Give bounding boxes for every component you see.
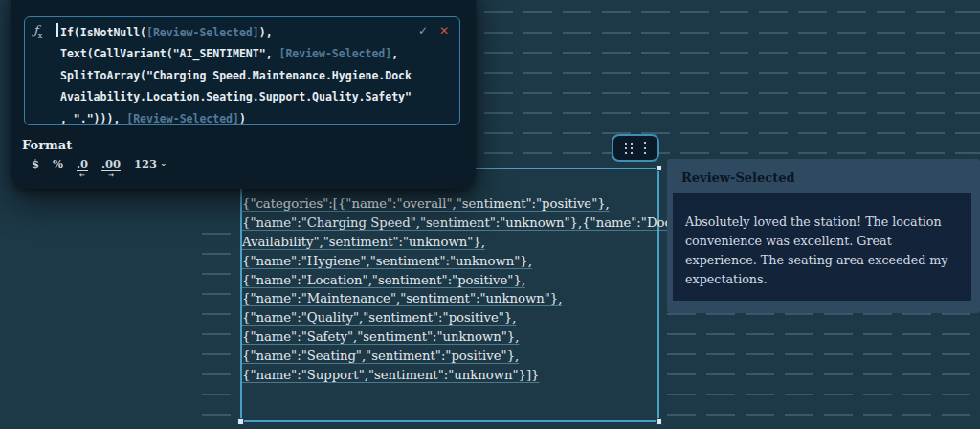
format-number-format-arrow-icon: ⌄ xyxy=(160,159,167,168)
formula-line: , "."))), [Review-Selected]) xyxy=(60,108,412,129)
format-increase-decimals-label: .00 xyxy=(101,157,121,171)
formula-line: If(IsNotNull([Review-Selected]), xyxy=(60,22,412,43)
drag-handle-icon[interactable] xyxy=(625,143,633,154)
formula-token: ), xyxy=(259,26,273,39)
formula-token: ) xyxy=(239,112,246,125)
format-number-format-label: 123 xyxy=(134,157,157,170)
cell-text-line: {"name":"Charging Speed","sentiment":"un… xyxy=(242,214,659,233)
cell-text-line: {"name":"Maintenance","sentiment":"unkno… xyxy=(242,289,659,308)
confirm-formula-button[interactable]: ✓ xyxy=(418,24,428,37)
more-menu-icon[interactable] xyxy=(644,142,647,155)
review-selected-panel: Review-Selected Absolutely loved the sta… xyxy=(667,159,980,313)
format-increase-decimals-arrow-icon: → xyxy=(108,172,114,178)
formula-line: Text(CallVariant("AI_SENTIMENT", [Review… xyxy=(60,43,412,64)
formula-token: [Review-Selected] xyxy=(278,47,391,60)
format-increase-decimals-button[interactable]: .00→ xyxy=(101,157,121,178)
selection-handle-top-right[interactable] xyxy=(656,165,662,171)
format-percent-button[interactable]: % xyxy=(53,157,63,170)
text-caret xyxy=(56,23,58,37)
formula-token: [Review-Selected] xyxy=(146,26,259,39)
cancel-formula-button[interactable]: ✕ xyxy=(439,24,449,37)
fx-icon: ƒx xyxy=(33,23,42,40)
format-buttons: $%.0←.00→123⌄ xyxy=(32,157,167,178)
formula-token: , "."))), xyxy=(60,112,126,125)
formula-token: Availability.Location.Seating.Support.Qu… xyxy=(60,90,412,103)
selection-handle-bottom-left[interactable] xyxy=(237,418,244,425)
format-decrease-decimals-label: .0 xyxy=(77,157,88,171)
cell-text-line: {"name":"Quality","sentiment":"positive"… xyxy=(242,308,659,327)
formula-line: SplitToArray("Charging Speed.Maintenance… xyxy=(60,65,412,86)
cell-text-line: {"name":"Seating","sentiment":"positive"… xyxy=(242,347,659,366)
review-text: Absolutely loved the station! The locati… xyxy=(673,193,971,289)
formula-token: SplitToArray("Charging Speed.Maintenance… xyxy=(60,69,412,82)
formula-lines[interactable]: If(IsNotNull([Review-Selected]),Text(Cal… xyxy=(60,22,412,129)
cell-text-line: {"name":"Support","sentiment":"unknown"}… xyxy=(242,366,659,385)
format-number-format-button[interactable]: 123⌄ xyxy=(134,157,167,170)
cell-text-line: Availability","sentiment":"unknown"}, xyxy=(242,233,659,252)
formula-editor[interactable]: ƒx If(IsNotNull([Review-Selected]),Text(… xyxy=(24,16,460,125)
spreadsheet-canvas: {"categories":[{"name":"overall","sentim… xyxy=(0,0,980,429)
formula-format-popup: ƒx If(IsNotNull([Review-Selected]),Text(… xyxy=(11,0,476,189)
grid-dashes-top-right xyxy=(484,11,980,160)
cell-text-line: {"name":"Hygiene","sentiment":"unknown"}… xyxy=(242,252,659,271)
selection-toolbar xyxy=(612,134,659,162)
format-percent-label: % xyxy=(53,157,63,170)
formula-token: [Review-Selected] xyxy=(126,112,239,125)
review-text-card[interactable]: Absolutely loved the station! The locati… xyxy=(673,193,971,301)
formula-token: If(IsNotNull( xyxy=(60,26,146,39)
format-decrease-decimals-button[interactable]: .0← xyxy=(77,157,88,178)
review-panel-title: Review-Selected xyxy=(681,170,795,185)
cell-text-line: {"name":"Safety","sentiment":"unknown"}, xyxy=(242,327,659,347)
grid-dashes-bottom-right xyxy=(667,313,980,429)
cell-text-line: {"name":"Location","sentiment":"positive… xyxy=(242,271,659,290)
selection-handle-bottom-right[interactable] xyxy=(656,418,662,425)
format-currency-button[interactable]: $ xyxy=(32,157,39,170)
formula-line: Availability.Location.Seating.Support.Qu… xyxy=(60,86,412,107)
format-section-title: Format xyxy=(22,138,72,152)
format-currency-label: $ xyxy=(32,157,39,170)
format-decrease-decimals-arrow-icon: ← xyxy=(79,172,85,178)
formula-token: Text(CallVariant("AI_SENTIMENT", xyxy=(60,47,278,60)
grid-dashes-left-column xyxy=(202,233,231,429)
cell-text-line: {"categories":[{"name":"overall","sentim… xyxy=(242,194,659,214)
formula-token: , xyxy=(391,47,398,60)
cell-json-content[interactable]: {"categories":[{"name":"overall","sentim… xyxy=(242,194,659,385)
